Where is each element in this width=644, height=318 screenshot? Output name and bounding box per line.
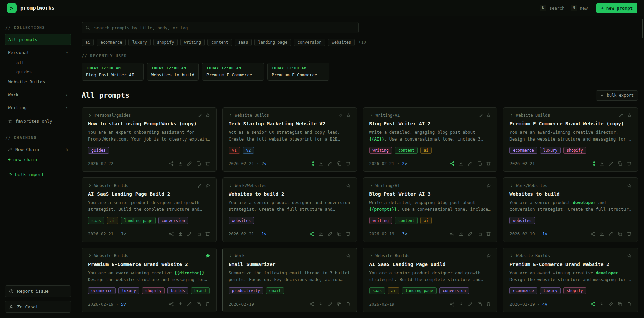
card-tag-ai[interactable]: ai	[107, 217, 118, 224]
duplicate-button[interactable]	[337, 161, 342, 166]
delete-button[interactable]	[205, 231, 210, 236]
delete-button[interactable]	[486, 302, 491, 307]
sidebar-item-favorites-only[interactable]: favorites only	[5, 116, 71, 127]
card-tag-v1[interactable]: v1	[229, 147, 240, 154]
prompt-card[interactable]: Writing/AI Blog Post Writer AI 2 Write a…	[363, 107, 498, 172]
download-button[interactable]	[178, 161, 183, 166]
download-button[interactable]	[599, 302, 604, 307]
card-tag-shopify[interactable]: shopify	[142, 287, 165, 294]
card-tag-writing[interactable]: writing	[369, 217, 392, 224]
user-menu-button[interactable]: Ze Casal	[5, 301, 71, 313]
download-button[interactable]	[459, 161, 464, 166]
sidebar-group-work[interactable]: Work ▸	[5, 89, 71, 101]
duplicate-button[interactable]	[337, 231, 342, 236]
duplicate-button[interactable]	[196, 161, 201, 166]
new-prompt-button[interactable]: + new prompt	[596, 3, 637, 13]
prompt-card[interactable]: Website Builds Premium E-Commerce Brand …	[503, 107, 638, 172]
download-button[interactable]	[459, 302, 464, 307]
prompt-card[interactable]: Work/Websites Websites to build You are …	[503, 177, 638, 242]
card-tag-websites[interactable]: websites	[229, 217, 254, 224]
edit-button[interactable]	[468, 231, 473, 236]
bulk-import-button[interactable]: bulk import	[5, 170, 71, 180]
edit-button[interactable]	[187, 231, 192, 236]
card-tag-luxury[interactable]: luxury	[540, 287, 561, 294]
delete-button[interactable]	[486, 231, 491, 236]
duplicate-button[interactable]	[196, 302, 201, 307]
recent-prompt-card[interactable]: TODAY 12:00 AM Websites to build	[147, 63, 199, 81]
edit-button[interactable]	[187, 161, 192, 166]
card-tag-ai[interactable]: ai	[388, 287, 399, 294]
prompt-card[interactable]: Writing/AI Blog Post Writer AI 3 Write a…	[363, 177, 498, 242]
prompt-card[interactable]: Website Builds Tech Startup Marketing We…	[222, 107, 357, 172]
edit-button[interactable]	[468, 161, 473, 166]
duplicate-button[interactable]	[617, 231, 622, 236]
prompt-card[interactable]: Website Builds AI SaaS Landing Page Buil…	[82, 177, 217, 242]
delete-button[interactable]	[486, 161, 491, 166]
share-button[interactable]	[169, 231, 174, 236]
download-button[interactable]	[318, 161, 324, 166]
card-tag-guides[interactable]: guides	[88, 147, 109, 154]
card-tag-email[interactable]: email	[266, 287, 285, 294]
prompt-card[interactable]: Work/Websites Websites to build 2 You ar…	[222, 177, 357, 242]
filter-tag-ecommerce[interactable]: ecommerce	[97, 39, 126, 46]
card-tag-productivity[interactable]: productivity	[229, 287, 263, 294]
edit-button[interactable]	[608, 231, 613, 236]
edit-button[interactable]	[328, 161, 333, 166]
favorite-star-button[interactable]	[486, 183, 491, 188]
card-tag-ecommerce[interactable]: ecommerce	[509, 147, 537, 154]
filter-tag-luxury[interactable]: luxury	[128, 39, 150, 46]
card-tag-shopify[interactable]: shopify	[563, 147, 586, 154]
prompt-card[interactable]: Website Builds AI SaaS Landing Page Buil…	[363, 248, 498, 312]
duplicate-button[interactable]	[477, 231, 482, 236]
card-tag-landing-page[interactable]: landing page	[121, 217, 156, 224]
filter-more-count[interactable]: +10	[358, 40, 366, 45]
delete-button[interactable]	[627, 302, 632, 307]
card-tag-websites[interactable]: websites	[509, 217, 535, 224]
card-tag-writing[interactable]: writing	[369, 147, 392, 154]
duplicate-button[interactable]	[477, 302, 482, 307]
card-tag-luxury[interactable]: luxury	[118, 287, 139, 294]
card-tag-builds[interactable]: builds	[167, 287, 188, 294]
search-input[interactable]	[82, 22, 359, 33]
card-tag-ai[interactable]: ai	[420, 147, 432, 154]
share-button[interactable]	[309, 302, 314, 307]
card-tag-luxury[interactable]: luxury	[540, 147, 561, 154]
card-tag-conversion[interactable]: conversion	[158, 217, 188, 224]
favorite-star-button[interactable]	[627, 113, 632, 118]
share-button[interactable]	[450, 302, 455, 307]
duplicate-button[interactable]	[477, 161, 482, 166]
share-button[interactable]	[590, 161, 595, 166]
sidebar-item-all-prompts[interactable]: All prompts	[5, 34, 71, 45]
edit-button[interactable]	[328, 231, 333, 236]
bulk-export-button[interactable]: bulk export	[596, 90, 638, 101]
prompt-card[interactable]: Personal/guides How to start using Promp…	[82, 107, 217, 172]
sidebar-item-new-chain[interactable]: New Chain 5	[5, 144, 71, 155]
download-button[interactable]	[459, 231, 464, 236]
favorite-star-button[interactable]	[205, 253, 210, 258]
share-button[interactable]	[169, 302, 174, 307]
prompt-card[interactable]: Work Email Summarizer Summarize the foll…	[222, 248, 357, 312]
favorite-star-button[interactable]	[627, 253, 632, 258]
card-tag-saas[interactable]: saas	[369, 287, 385, 294]
card-tag-content[interactable]: content	[395, 217, 418, 224]
edit-button[interactable]	[187, 302, 192, 307]
edit-button[interactable]	[328, 302, 333, 307]
favorite-star-button[interactable]	[346, 113, 351, 118]
edit-button[interactable]	[608, 302, 613, 307]
delete-button[interactable]	[205, 302, 210, 307]
card-tag-shopify[interactable]: shopify	[563, 287, 586, 294]
delete-button[interactable]	[205, 161, 210, 166]
favorite-star-button[interactable]	[346, 253, 351, 258]
filter-tag-ai[interactable]: ai	[82, 39, 94, 46]
duplicate-button[interactable]	[617, 302, 622, 307]
delete-button[interactable]	[346, 302, 351, 307]
download-button[interactable]	[178, 302, 183, 307]
prompt-card[interactable]: Website Builds Premium E-Commerce Brand …	[503, 248, 638, 312]
download-button[interactable]	[599, 231, 604, 236]
filter-tag-websites[interactable]: websites	[328, 39, 355, 46]
download-button[interactable]	[178, 231, 183, 236]
delete-button[interactable]	[346, 231, 351, 236]
share-button[interactable]	[309, 231, 314, 236]
favorite-star-button[interactable]	[486, 253, 491, 258]
favorite-star-button[interactable]	[205, 183, 210, 188]
